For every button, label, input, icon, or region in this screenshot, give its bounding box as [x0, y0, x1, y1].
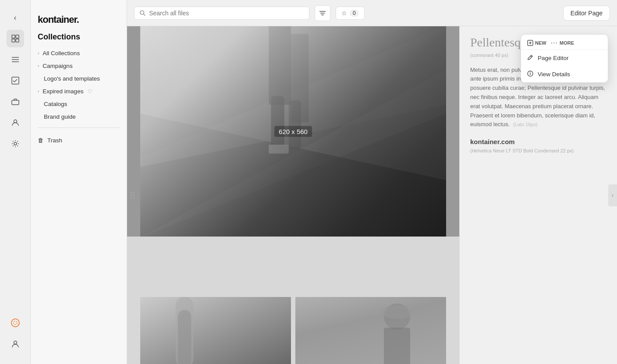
top-bar: ☆ 0 Editor Page — [127, 0, 617, 26]
svg-rect-29 — [269, 145, 289, 153]
user-profile-icon — [11, 340, 19, 348]
briefcase-icon — [11, 98, 19, 105]
check-icon — [11, 77, 19, 85]
svg-point-12 — [14, 321, 17, 325]
search-box[interactable] — [134, 7, 309, 20]
image-gap — [127, 237, 459, 293]
svg-rect-25 — [269, 26, 291, 105]
content-area: 620 x 560 — [127, 26, 617, 364]
new-page-icon — [527, 40, 533, 46]
tasks-button[interactable] — [7, 72, 24, 89]
view-details-label: View Details — [538, 71, 570, 78]
back-icon: ‹ — [14, 13, 17, 22]
user-profile-button[interactable] — [7, 335, 24, 353]
sidebar-item-campaigns[interactable]: › Campaigns — [31, 60, 127, 72]
sidebar-trash-label: Trash — [47, 137, 62, 144]
logo-container: kontainer. — [31, 7, 127, 29]
image-grid[interactable]: 620 x 560 — [127, 26, 459, 364]
sidebar-item-catalogs[interactable]: Catalogs — [31, 98, 127, 110]
sidebar-divider — [38, 127, 120, 128]
svg-rect-8 — [12, 100, 19, 105]
dropdown-top-actions: NEW ··· MORE — [527, 39, 574, 47]
right-panel-link-font: (Helvetica Neue LT STD Bold Condensed 22… — [470, 148, 606, 153]
main-image-container: 620 x 560 — [127, 26, 459, 237]
top-bar-right: Editor Page — [563, 6, 610, 21]
app-logo: kontainer. — [38, 14, 79, 25]
filter-button[interactable] — [315, 5, 330, 21]
svg-point-11 — [11, 319, 19, 327]
favorites-button[interactable]: ☆ 0 — [336, 7, 365, 20]
help-button[interactable] — [7, 314, 24, 332]
favorites-count: 0 — [350, 10, 359, 17]
svg-marker-21 — [140, 69, 446, 237]
new-page-button[interactable]: NEW — [527, 39, 546, 47]
more-button[interactable]: ··· MORE — [551, 39, 574, 47]
main-content: ☆ 0 Editor Page — [127, 0, 617, 364]
right-panel-link[interactable]: kontainer.com — [470, 138, 606, 145]
svg-rect-0 — [12, 35, 15, 38]
page-editor-label: Page Editor — [538, 55, 569, 61]
dots-icon: ··· — [551, 39, 558, 47]
main-image: 620 x 560 — [140, 26, 446, 237]
drag-handle[interactable] — [131, 192, 135, 198]
back-button[interactable]: ‹ — [7, 9, 24, 26]
portfolio-button[interactable] — [7, 93, 24, 110]
thumb-right-svg — [295, 297, 446, 364]
list-view-button[interactable] — [7, 51, 24, 68]
svg-point-10 — [14, 142, 17, 145]
svg-rect-27 — [271, 96, 284, 149]
sidebar-item-label: Expired images — [43, 88, 83, 95]
search-input[interactable] — [149, 10, 304, 17]
page-editor-item[interactable]: Page Editor — [521, 50, 608, 66]
sidebar-item-label: Campaigns — [43, 63, 72, 69]
dropdown-popup: NEW ··· MORE Page Editor — [521, 34, 608, 83]
list-icon — [11, 57, 19, 63]
sidebar: kontainer. Collections › All Collections… — [31, 0, 127, 364]
editor-page-button[interactable]: Editor Page — [563, 6, 610, 21]
dropdown-top: NEW ··· MORE — [521, 35, 608, 50]
grid-view-button[interactable] — [7, 30, 24, 47]
new-label: NEW — [535, 40, 546, 46]
svg-rect-3 — [16, 39, 19, 42]
trash-icon: 🗑 — [38, 137, 44, 144]
grid-icon — [11, 35, 19, 42]
collections-title: Collections — [31, 29, 127, 47]
chevron-right-icon: › — [38, 64, 39, 68]
svg-point-36 — [380, 306, 414, 319]
svg-marker-24 — [140, 26, 446, 167]
people-button[interactable] — [7, 114, 24, 131]
collapse-icon: › — [612, 192, 613, 198]
heart-icon: ♡ — [88, 88, 92, 95]
sidebar-item-expired-images[interactable]: › Expired images ♡ — [31, 85, 127, 98]
pencil-icon — [527, 54, 533, 62]
svg-rect-2 — [12, 39, 15, 42]
svg-rect-26 — [291, 34, 308, 122]
filter-icon — [319, 10, 326, 16]
sidebar-item-trash[interactable]: 🗑 Trash — [31, 134, 127, 147]
svg-rect-30 — [140, 297, 291, 364]
sidebar-item-brand-guide[interactable]: Brand guide — [31, 110, 127, 123]
image-thumb-left — [140, 297, 291, 364]
collapse-panel-button[interactable]: › — [608, 184, 617, 206]
view-details-item[interactable]: View Details — [521, 66, 608, 82]
svg-point-13 — [14, 341, 17, 344]
sidebar-item-label: All Collections — [43, 50, 80, 57]
more-label: MORE — [560, 40, 574, 46]
svg-point-43 — [530, 72, 531, 73]
thumb-left-svg — [140, 297, 291, 364]
sidebar-item-logos-templates[interactable]: Logo's and templates — [31, 72, 127, 85]
image-dimensions-label: 620 x 560 — [274, 126, 312, 137]
svg-rect-1 — [16, 35, 19, 38]
settings-icon — [11, 140, 19, 148]
svg-line-15 — [143, 14, 145, 15]
people-icon — [11, 119, 19, 126]
chevron-right-icon: › — [38, 89, 39, 94]
help-icon — [11, 318, 20, 328]
sidebar-item-label: Catalogs — [44, 101, 67, 107]
sidebar-item-all-collections[interactable]: › All Collections — [31, 47, 127, 60]
info-icon — [527, 71, 533, 78]
settings-button[interactable] — [7, 135, 24, 152]
sidebar-item-label: Logo's and templates — [44, 75, 100, 82]
search-icon — [140, 10, 145, 16]
editor-page-container: Editor Page — [563, 6, 610, 21]
